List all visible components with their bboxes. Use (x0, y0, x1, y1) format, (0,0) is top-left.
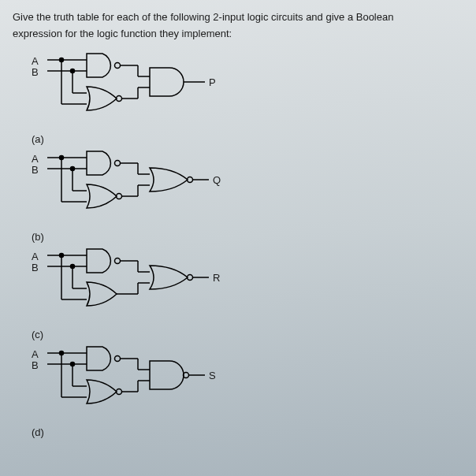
svg-point-8 (115, 62, 121, 68)
circuit-a: A B (32, 50, 463, 147)
circuits-container: A B (13, 50, 463, 440)
svg-point-25 (115, 160, 121, 165)
circuit-b: A B (32, 148, 463, 244)
output-q-label: Q (213, 174, 221, 186)
input-b-label: B (32, 66, 39, 78)
svg-point-60 (115, 355, 121, 361)
circuit-d-label: (d) (32, 426, 44, 438)
circuit-c-label: (c) (32, 329, 43, 340)
svg-point-43 (115, 258, 121, 263)
circuit-a-label: (a) (32, 133, 44, 145)
question-text: Give the truth table for each of the fol… (13, 9, 463, 43)
input-a-label: A (32, 348, 39, 360)
output-s-label: S (209, 370, 216, 381)
input-a-label: A (32, 251, 39, 262)
input-a-label: A (32, 153, 39, 165)
question-line1: Give the truth table for each of the fol… (13, 9, 463, 26)
input-b-label: B (32, 359, 39, 371)
circuit-b-label: (b) (32, 231, 44, 243)
circuit-d: A B (32, 344, 463, 440)
input-b-label: B (32, 164, 39, 176)
input-b-label: B (32, 262, 39, 273)
output-r-label: R (213, 272, 220, 284)
circuit-d-svg (47, 344, 221, 422)
question-line2: expression for the logic function they i… (13, 26, 463, 43)
circuit-b-svg (47, 148, 221, 227)
output-p-label: P (209, 76, 216, 88)
circuit-c-svg (47, 246, 221, 325)
circuit-a-svg (47, 50, 221, 129)
circuit-c: A B (32, 246, 463, 342)
input-a-label: A (32, 55, 39, 67)
